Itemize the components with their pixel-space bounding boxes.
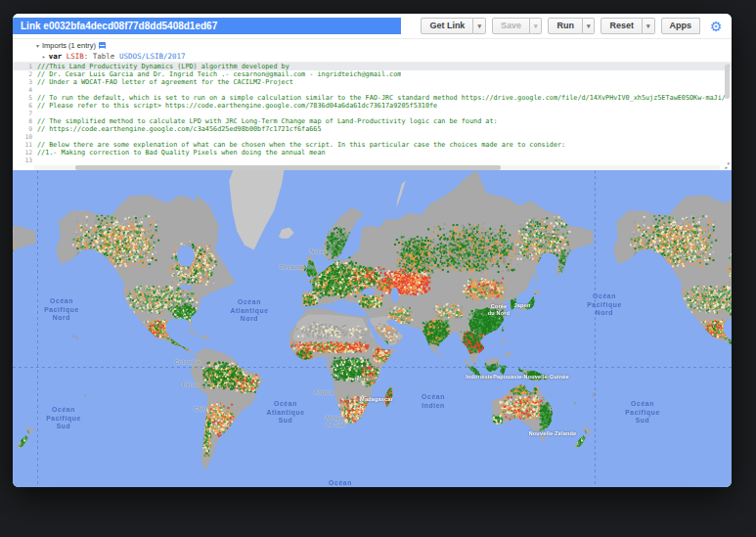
line-number: 10 (13, 133, 37, 141)
line-number: 8 (13, 117, 37, 125)
code-line[interactable]: 12//1.- Making correction to Bad Quality… (13, 149, 732, 157)
code-text: // To run the default, which is set to r… (37, 94, 726, 102)
imports-panel: ▾Imports (1 entry) ▸var LSIB: Table USDO… (13, 39, 732, 63)
run-button[interactable]: Run (548, 18, 583, 34)
reset-dropdown-icon[interactable]: ▾ (643, 18, 655, 34)
settings-gear-icon[interactable]: ⚙ (706, 18, 726, 35)
imports-entry-row[interactable]: ▸var LSIB: Table USDOS/LSIB/2017 (42, 51, 732, 62)
toolbar: Link e0032bfa4decd08f77d8dd5408d1ed67 Ge… (13, 14, 732, 39)
code-line[interactable]: 10 (13, 133, 732, 141)
earth-engine-window: Link e0032bfa4decd08f77d8dd5408d1ed67 Ge… (13, 14, 732, 487)
import-variable-name: LSIB (67, 52, 84, 61)
code-editor[interactable]: 1///This Land Productivity Dynamics (LPD… (13, 63, 732, 170)
line-number: 9 (13, 125, 37, 133)
line-number: 4 (13, 86, 37, 94)
map-panel: Océan Pacifique NordOcéan Atlantique Nor… (13, 170, 732, 487)
run-button-group: Run ▾ (548, 18, 595, 34)
line-number: 12 (13, 149, 37, 157)
code-line[interactable]: 13 (13, 157, 732, 164)
expand-triangle-icon: ▸ (42, 53, 46, 60)
line-number: 13 (13, 157, 37, 164)
script-document-icon[interactable] (99, 42, 106, 49)
get-link-button[interactable]: Get Link (421, 18, 473, 34)
apps-button[interactable]: Apps (661, 18, 701, 34)
collapse-triangle-icon: ▾ (36, 43, 39, 49)
line-number: 7 (13, 110, 37, 117)
code-line[interactable]: 9// https://code.earthengine.google.com/… (13, 125, 732, 133)
line-number: 11 (13, 141, 37, 149)
code-text: // The simplified method to calculate LP… (37, 117, 498, 125)
imports-header-label: Imports (1 entry) (42, 41, 96, 50)
reset-button[interactable]: Reset (600, 18, 643, 34)
code-text: // Below there are some explenation of w… (37, 141, 565, 149)
script-link-banner: Link e0032bfa4decd08f77d8dd5408d1ed67 (13, 18, 401, 34)
run-dropdown-icon[interactable]: ▾ (583, 18, 596, 34)
code-text: // https://code.earthengine.google.com/c… (37, 125, 322, 133)
line-number: 2 (13, 70, 37, 78)
save-button[interactable]: Save (492, 18, 530, 34)
import-asset-link[interactable]: USDOS/LSIB/2017 (119, 52, 186, 61)
code-line[interactable]: 11// Below there are some explenation of… (13, 141, 732, 149)
code-line[interactable]: 3// Under a WOCAT-FAO letter of agreemen… (13, 78, 732, 86)
var-keyword: var (49, 52, 63, 61)
get-link-button-group: Get Link ▾ (421, 18, 486, 34)
world-map-canvas[interactable] (13, 170, 732, 487)
reset-button-group: Reset ▾ (600, 18, 654, 34)
imports-header-row[interactable]: ▾Imports (1 entry) (36, 40, 732, 51)
save-button-group: Save ▾ (492, 18, 543, 34)
code-text: // Please refer to this script> https://… (37, 102, 437, 110)
line-number: 6 (13, 102, 37, 110)
line-number: 3 (13, 78, 37, 86)
code-line[interactable]: 5// To run the default, which is set to … (13, 94, 732, 102)
code-line[interactable]: 7 (13, 110, 732, 117)
code-text: // Dr. Cesar Luis Garcia and Dr. Ingrid … (37, 70, 401, 78)
code-line[interactable]: 8// The simplified method to calculate L… (13, 117, 732, 125)
line-number: 5 (13, 94, 37, 102)
vertical-scrollbar-thumb[interactable] (725, 65, 730, 99)
code-lines-container: 1///This Land Productivity Dynamics (LPD… (13, 63, 732, 164)
line-number: 1 (13, 63, 37, 70)
code-text: // Under a WOCAT-FAO letter of agreement… (37, 78, 293, 86)
import-variable-type: Table (93, 52, 115, 61)
code-line[interactable]: 4 (13, 86, 732, 94)
save-dropdown-icon[interactable]: ▾ (530, 18, 543, 34)
apps-button-group: Apps (661, 18, 701, 34)
code-text: //1.- Making correction to Bad Quality P… (37, 149, 326, 157)
scroll-down-arrow-icon[interactable]: ▾ (727, 160, 730, 166)
code-line[interactable]: 1///This Land Productivity Dynamics (LPD… (13, 63, 732, 70)
import-variable-sep: : (84, 52, 89, 61)
code-line[interactable]: 2// Dr. Cesar Luis Garcia and Dr. Ingrid… (13, 70, 732, 78)
code-text: ///This Land Productivity Dynamics (LPD)… (37, 63, 289, 70)
vertical-scrollbar[interactable]: ▴ ▾ (724, 63, 731, 164)
get-link-dropdown-icon[interactable]: ▾ (473, 18, 486, 34)
code-line[interactable]: 6// Please refer to this script> https:/… (13, 102, 732, 110)
